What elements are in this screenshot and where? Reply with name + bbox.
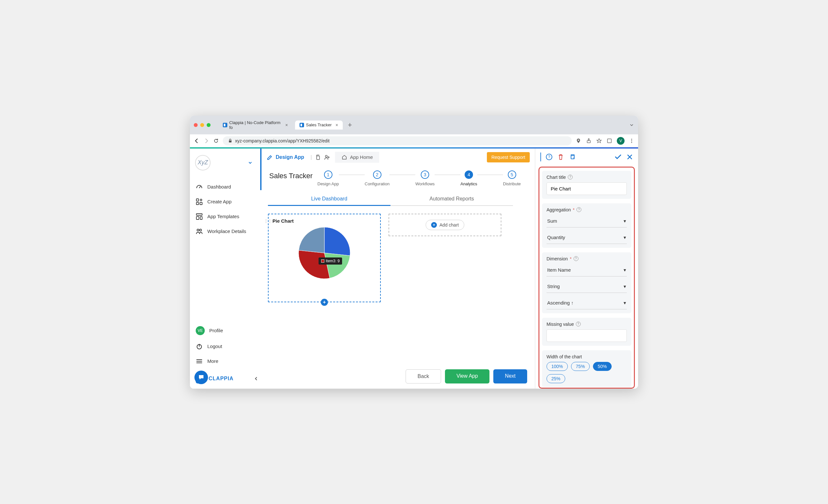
tab-title: Clappia | No-Code Platform fo [229, 120, 282, 130]
collapse-sidebar-icon[interactable] [254, 376, 258, 381]
extension-icon[interactable] [607, 138, 612, 144]
step-design-app[interactable]: 1Design App [318, 171, 339, 186]
sidebar-item-more[interactable]: More [190, 354, 260, 369]
users-icon [196, 228, 203, 235]
workspace-selector[interactable]: XyZ [190, 152, 260, 173]
copy-icon[interactable] [315, 154, 321, 160]
tab-favicon-icon [223, 123, 227, 127]
chart-title-input[interactable] [546, 182, 627, 195]
help-icon[interactable]: ? [568, 175, 573, 180]
help-icon[interactable]: ? [576, 322, 581, 326]
svg-point-21 [325, 155, 327, 157]
step-analytics[interactable]: 4Analytics [460, 171, 477, 186]
share-icon[interactable] [586, 138, 592, 144]
address-bar: xyz-company.clappia.com/app/YXH925582/ed… [190, 134, 638, 147]
menu-icon[interactable] [629, 138, 634, 143]
pie-chart-widget[interactable]: ⋮⋮ Pie Chart Item3: 9 + [268, 214, 381, 302]
pie-slice[interactable] [324, 227, 350, 256]
tab-live-dashboard[interactable]: Live Dashboard [268, 193, 390, 206]
aggregation-field-select[interactable]: Quantity ▾ [546, 231, 627, 244]
duplicate-icon[interactable] [569, 153, 576, 161]
add-chart-button[interactable]: + Add chart [426, 220, 464, 230]
window-controls [194, 123, 211, 127]
view-app-button[interactable]: View App [445, 369, 490, 383]
sidebar-item-workplace-details[interactable]: Workplace Details [190, 224, 260, 239]
step-label: Analytics [460, 181, 477, 186]
confirm-icon[interactable] [614, 153, 622, 161]
width-options: 100% 75% 50% 25% [546, 362, 627, 383]
new-tab-button[interactable]: + [345, 121, 355, 129]
tab-close-icon[interactable]: × [335, 123, 338, 128]
maximize-window-button[interactable] [207, 123, 211, 127]
width-chip-100[interactable]: 100% [546, 362, 568, 371]
pie-slice[interactable] [298, 227, 324, 253]
forward-button[interactable] [203, 138, 209, 144]
sidebar-item-label: Dashboard [207, 184, 231, 189]
footer-buttons: Back View App Next [260, 364, 535, 388]
dimension-select[interactable]: Item Name ▾ [546, 264, 627, 276]
width-chip-50[interactable]: 50% [593, 362, 612, 371]
app-home-button[interactable]: App Home [335, 152, 379, 163]
step-workflows[interactable]: 3Workflows [415, 171, 434, 186]
sidebar-item-create-app[interactable]: Create App [190, 194, 260, 209]
dimension-section: Dimension * ? Item Name ▾ String ▾ Ascen… [542, 252, 631, 313]
add-user-icon[interactable] [324, 154, 330, 160]
app-home-label: App Home [350, 154, 373, 160]
drag-handle-icon[interactable]: ⋮⋮ [264, 219, 272, 223]
step-connector [434, 175, 460, 175]
help-icon[interactable]: ? [545, 153, 553, 161]
add-below-icon[interactable]: + [321, 299, 328, 306]
help-icon[interactable]: ? [574, 256, 578, 261]
sidebar-item-app-templates[interactable]: App Templates [190, 209, 260, 224]
step-distribute[interactable]: 5Distribute [503, 171, 521, 186]
tab-automated-reports[interactable]: Automated Reports [390, 193, 513, 206]
request-support-button[interactable]: Request Support [487, 152, 530, 163]
missing-value-input[interactable] [546, 329, 627, 342]
minimize-window-button[interactable] [200, 123, 204, 127]
aggregation-label: Aggregation * ? [546, 207, 627, 212]
sidebar-item-logout[interactable]: Logout [190, 339, 260, 354]
aggregation-select[interactable]: Sum ▾ [546, 215, 627, 228]
chat-support-icon[interactable] [195, 371, 208, 384]
close-icon[interactable] [626, 154, 633, 160]
back-button[interactable]: Back [406, 369, 441, 383]
back-button[interactable] [194, 138, 200, 144]
panel-accent [540, 152, 541, 162]
help-icon[interactable]: ? [577, 207, 581, 212]
label-text: Aggregation [546, 207, 571, 212]
next-button[interactable]: Next [493, 369, 527, 383]
divider: | [310, 154, 312, 160]
lock-icon [228, 139, 233, 143]
browser-tab-sales-tracker[interactable]: Sales Tracker × [295, 121, 343, 130]
delete-icon[interactable] [557, 153, 564, 161]
browser-chrome: Clappia | No-Code Platform fo × Sales Tr… [190, 116, 638, 148]
step-number: 4 [465, 171, 473, 179]
tab-overflow-icon[interactable] [629, 123, 634, 128]
label-text: Chart title [546, 175, 566, 180]
browser-tab-clappia[interactable]: Clappia | No-Code Platform fo × [218, 118, 292, 132]
close-window-button[interactable] [194, 123, 198, 127]
design-app-button[interactable]: Design App [267, 154, 304, 161]
star-icon[interactable] [596, 138, 602, 144]
tab-close-icon[interactable]: × [285, 123, 288, 128]
sidebar-item-label: Create App [207, 199, 232, 204]
width-chip-25[interactable]: 25% [546, 374, 565, 383]
dimension-label: Dimension * ? [546, 256, 627, 261]
location-icon[interactable] [576, 138, 581, 144]
sidebar-item-dashboard[interactable]: Dashboard [190, 180, 260, 194]
dimension-sort-select[interactable]: Ascending ↑ ▾ [546, 297, 627, 309]
panel-toolbar: ? [535, 148, 638, 165]
width-chip-75[interactable]: 75% [571, 362, 590, 371]
url-bar[interactable]: xyz-company.clappia.com/app/YXH925582/ed… [223, 136, 572, 145]
dashboard-canvas: ⋮⋮ Pie Chart Item3: 9 + + [260, 206, 535, 364]
menu-icon [196, 358, 203, 365]
step-connector [339, 175, 365, 175]
sidebar-item-profile[interactable]: VE Profile [190, 322, 260, 339]
reload-button[interactable] [213, 138, 219, 144]
svg-point-18 [200, 229, 202, 231]
tab-bar: Clappia | No-Code Platform fo × Sales Tr… [190, 116, 638, 134]
dimension-type-select[interactable]: String ▾ [546, 280, 627, 293]
svg-point-5 [578, 140, 579, 141]
profile-avatar[interactable]: V [617, 137, 625, 145]
step-configuration[interactable]: 2Configuration [365, 171, 389, 186]
